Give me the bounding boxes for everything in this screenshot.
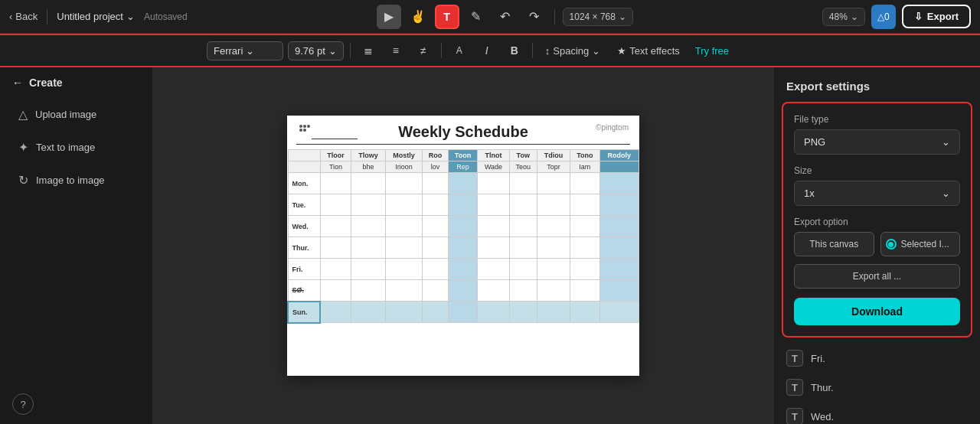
table-header-6: Tow [509,150,537,161]
bold-button[interactable]: B [503,40,526,61]
table-row: Mon. [288,173,639,194]
download-icon: ⇩ [914,11,923,22]
sidebar-bottom: ? [0,384,152,424]
align-left-button[interactable]: ≣ [357,40,380,61]
create-header[interactable]: ← Create [0,67,152,98]
canvas-size-selector[interactable]: 1024 × 768 ⌄ [563,8,633,26]
chevron-down-icon: ⌄ [942,136,950,148]
table-sub-2: Irioon [385,161,423,173]
nav-right: 48% ⌄ △ 0 ⇩ Export [822,5,971,29]
text-effects-button[interactable]: ★ Text effects [611,42,686,60]
chevron-down-icon: ⌄ [592,45,600,57]
spacing-button[interactable]: ↕ Spacing ⌄ [539,42,606,60]
table-row: Tue. [288,194,639,216]
file-type-label: File type [794,114,960,125]
table-header-7: Tdiou [537,150,570,161]
undo-button[interactable]: ↶ [493,5,518,29]
table-sub-5: Wade [478,161,509,173]
table-header-5: Tlnot [478,150,509,161]
sidebar-item-upload[interactable]: △ Upload image [6,99,146,129]
font-case-button[interactable]: A [448,40,471,61]
table-row: SØ. [288,280,639,302]
chevron-down-icon: ⌄ [328,45,337,57]
file-type-selector[interactable]: PNG ⌄ [794,129,960,155]
text-icon: T [786,350,803,367]
right-panel: Export settings File type PNG ⌄ Size 1x … [773,67,980,424]
day-tue: Tue. [288,194,320,216]
table-row: Wed. [288,216,639,237]
table-row-sunday: Sun. [288,302,639,323]
table-subheader-empty [288,161,320,173]
list-item[interactable]: T Fri. [774,344,980,373]
svg-point-4 [303,129,306,132]
table-header-1: Tlowy [351,150,385,161]
nav-divider-1 [47,9,47,24]
panel-title: Export settings [774,67,980,102]
schedule-table: Tloor Tlowy Mostly Roo Toon Tlnot Tow Td… [287,149,639,324]
sidebar-item-text-to-image[interactable]: ✦ Text to image [6,132,146,162]
table-header-0: Tloor [320,150,351,161]
export-option-row: This canvas Selected I... [794,232,960,256]
export-all-button[interactable]: Export all ... [794,264,960,289]
export-option-label: Export option [794,217,960,227]
chevron-down-icon: ⌄ [942,188,950,199]
nav-center-tools: ▶ ✌ T ✎ ↶ ↷ 1024 × 768 ⌄ [377,5,633,29]
table-header-9: Rodoly [599,150,639,161]
selected-button[interactable]: Selected I... [880,232,961,256]
table-sub-3: lov [423,161,448,173]
day-sat: SØ. [288,280,320,302]
image-image-icon: ↻ [18,173,28,188]
back-icon: ‹ [9,11,12,22]
chevron-down-icon: ⌄ [246,45,254,57]
nav-divider-2 [554,9,555,24]
toolbar-separator-3 [532,43,533,58]
day-sun: Sun. [288,302,320,323]
upload-icon: △ [18,107,28,122]
font-size-selector[interactable]: 9.76 pt ⌄ [288,41,344,60]
canvas: Weekly Schedube ©pingtom Tloor Tlowy Mos… [287,116,639,376]
list-item[interactable]: T Wed. [774,402,980,424]
notification-icon: △ [877,11,884,22]
export-button[interactable]: ⇩ Export [902,5,971,28]
top-nav: ‹ Back Untitled project ⌄ Autosaved ▶ ✌ … [0,0,980,34]
project-name[interactable]: Untitled project ⌄ [57,11,135,22]
chevron-down-icon: ⌄ [851,11,858,22]
help-button[interactable]: ? [12,393,34,415]
this-canvas-button[interactable]: This canvas [794,232,874,256]
notification-button[interactable]: △ 0 [871,5,896,29]
schedule-header: Weekly Schedube ©pingtom [287,116,639,144]
table-row: Fri. [288,259,639,280]
zoom-selector[interactable]: 48% ⌄ [822,8,865,26]
table-header-2: Mostly [385,150,423,161]
align-center-button[interactable]: ≡ [384,40,407,61]
svg-point-3 [299,129,302,132]
table-sub-4: Rep [448,161,478,173]
font-family-selector[interactable]: Ferrari ⌄ [207,41,283,60]
italic-button[interactable]: I [475,40,498,61]
day-wed: Wed. [288,216,320,237]
back-button[interactable]: ‹ Back [9,11,38,22]
try-free-label[interactable]: Try free [691,42,733,60]
back-arrow-icon: ← [12,77,23,89]
toolbar-separator-1 [350,43,351,58]
hand-tool-button[interactable]: ✌ [406,5,430,29]
svg-point-0 [299,125,302,128]
schedule-icon [296,122,313,142]
size-selector[interactable]: 1x ⌄ [794,181,960,206]
pen-tool-button[interactable]: ✎ [464,5,488,29]
align-right-button[interactable]: ≠ [412,40,435,61]
schedule-title: Weekly Schedube [398,123,528,141]
list-item[interactable]: T Thur. [774,373,980,402]
download-button[interactable]: Download [794,298,960,325]
play-button[interactable]: ▶ [377,5,401,29]
canvas-area[interactable]: Weekly Schedube ©pingtom Tloor Tlowy Mos… [153,67,773,424]
day-thur: Thur. [288,237,320,259]
redo-button[interactable]: ↷ [522,5,547,29]
table-header-4: Toon [448,150,478,161]
autosaved-label: Autosaved [144,11,188,22]
table-sub-0: Tion [320,161,351,173]
text-tool-button[interactable]: T [435,5,459,29]
sidebar-item-image-to-image[interactable]: ↻ Image to image [6,165,146,195]
table-sub-8: Iam [570,161,599,173]
sidebar: ← Create △ Upload image ✦ Text to image … [0,67,153,424]
